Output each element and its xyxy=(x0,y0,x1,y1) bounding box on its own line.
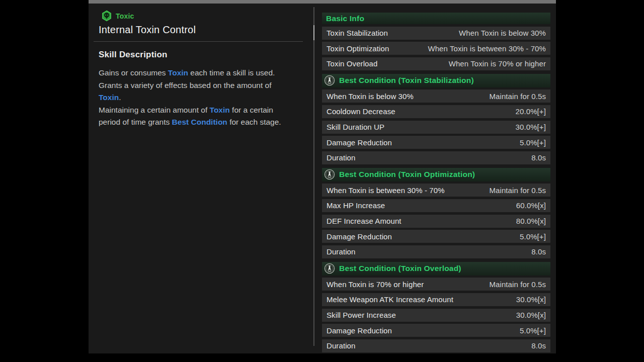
stat-label: Skill Duration UP xyxy=(327,123,384,131)
stat-row: When Toxin is below 30% Maintain for 0.5… xyxy=(322,89,550,103)
stat-row: Damage Reduction 5.0%[+] xyxy=(322,136,550,149)
stat-row: Max HP Increase 60.0%[x] xyxy=(322,199,550,212)
stat-value: 8.0s xyxy=(531,153,546,162)
skill-description-heading: Skill Description xyxy=(99,50,310,60)
stats-panel: Basic Info Toxin Stabilization When Toxi… xyxy=(322,13,550,352)
stat-value: When Toxin is below 30% xyxy=(459,29,546,37)
stat-value: When Toxin is between 30% - 70% xyxy=(428,44,546,53)
section-header: Best Condition (Toxin Stabilization) xyxy=(322,74,550,87)
stat-label: Toxin Stabilization xyxy=(327,29,388,37)
section-title: Best Condition (Toxin Stabilization) xyxy=(339,76,474,85)
stat-label: Duration xyxy=(327,247,356,256)
scrollbar-track[interactable] xyxy=(313,7,314,346)
section-header: Best Condition (Toxin Overload) xyxy=(322,262,550,276)
description-line: Toxin. xyxy=(99,92,310,104)
stat-value: 8.0s xyxy=(531,247,546,256)
skill-name: Internal Toxin Control xyxy=(99,24,310,36)
description-line: Grants a variety of effects based on the… xyxy=(99,79,310,92)
keyword-toxin: Toxin xyxy=(168,68,188,77)
keyword-toxin: Toxin xyxy=(99,93,119,102)
stat-row: Duration 8.0s xyxy=(322,245,550,258)
stat-row: Skill Power Increase 30.0%[x] xyxy=(322,309,550,322)
stat-value: 80.0%[x] xyxy=(516,217,546,225)
stat-value: 5.0%[+] xyxy=(520,138,546,147)
description-segment: for a certain xyxy=(230,106,273,114)
skill-detail-screen: Toxic Internal Toxin Control Skill Descr… xyxy=(0,0,644,362)
description-segment: Maintaining a certain amount of xyxy=(99,106,210,114)
section-header: Best Condition (Toxin Optimization) xyxy=(322,168,550,182)
element-type-label: Toxic xyxy=(116,12,134,20)
stat-row: Toxin Stabilization When Toxin is below … xyxy=(322,27,550,40)
stat-label: Toxin Overload xyxy=(327,59,377,68)
section-rows: When Toxin is 70% or higher Maintain for… xyxy=(322,278,550,352)
stat-row: Cooldown Decrease 20.0%[+] xyxy=(322,105,550,118)
toxic-element-icon xyxy=(102,10,112,22)
stat-value: Maintain for 0.5s xyxy=(489,92,546,101)
keyword-toxin: Toxin xyxy=(210,106,230,114)
stat-value: Maintain for 0.5s xyxy=(489,186,546,195)
skill-summary-column: Toxic Internal Toxin Control Skill Descr… xyxy=(99,10,310,129)
stat-label: Cooldown Decrease xyxy=(327,107,395,116)
description-line: Gains or consumes Toxin each time a skil… xyxy=(99,67,310,79)
description-line: period of time grants Best Condition for… xyxy=(99,116,310,129)
best-condition-emblem-icon xyxy=(324,75,335,86)
stat-label: Duration xyxy=(327,153,356,162)
stat-label: When Toxin is below 30% xyxy=(327,92,414,101)
stat-row: Toxin Optimization When Toxin is between… xyxy=(322,42,550,55)
stat-row: When Toxin is between 30% - 70% Maintain… xyxy=(322,184,550,197)
stat-value: When Toxin is 70% or higher xyxy=(449,59,546,68)
stat-value: 30.0%[x] xyxy=(516,295,546,304)
stat-label: DEF Increase Amount xyxy=(327,217,401,225)
top-bar xyxy=(89,0,556,4)
stat-section: Best Condition (Toxin Overload) When Tox… xyxy=(322,262,550,352)
stat-label: Melee Weapon ATK Increase Amount xyxy=(327,295,453,304)
stat-label: Duration xyxy=(327,341,356,350)
section-title: Basic Info xyxy=(326,14,364,23)
stat-row: Toxin Overload When Toxin is 70% or high… xyxy=(322,57,550,70)
stat-label: Toxin Optimization xyxy=(327,44,389,53)
section-rows: Toxin Stabilization When Toxin is below … xyxy=(322,27,550,70)
best-condition-emblem-icon xyxy=(324,263,335,274)
skill-detail-panel: Toxic Internal Toxin Control Skill Descr… xyxy=(89,4,556,353)
title-divider xyxy=(94,41,303,42)
stat-row: Melee Weapon ATK Increase Amount 30.0%[x… xyxy=(322,293,550,306)
stat-row: Duration 8.0s xyxy=(322,151,550,164)
description-segment: for each stage. xyxy=(227,118,281,126)
stat-value: 5.0%[+] xyxy=(520,232,546,241)
stat-row: When Toxin is 70% or higher Maintain for… xyxy=(322,278,550,291)
stat-label: When Toxin is 70% or higher xyxy=(327,280,424,289)
stat-label: Damage Reduction xyxy=(327,138,392,147)
stat-section: Best Condition (Toxin Stabilization) Whe… xyxy=(322,74,550,164)
stat-label: Damage Reduction xyxy=(327,232,392,241)
section-header: Basic Info xyxy=(322,13,550,24)
section-title: Best Condition (Toxin Optimization) xyxy=(339,170,475,179)
description-segment: . xyxy=(119,93,121,102)
stat-label: Skill Power Increase xyxy=(327,311,396,319)
stat-value: 5.0%[+] xyxy=(520,326,546,335)
stat-row: Skill Duration UP 30.0%[+] xyxy=(322,121,550,134)
stat-section: Basic Info Toxin Stabilization When Toxi… xyxy=(322,13,550,70)
stat-label: Max HP Increase xyxy=(327,201,385,210)
stat-row: DEF Increase Amount 80.0%[x] xyxy=(322,215,550,228)
description-segment: Gains or consumes xyxy=(99,68,168,77)
stat-row: Duration 8.0s xyxy=(322,339,550,352)
stat-value: Maintain for 0.5s xyxy=(489,280,546,289)
stat-value: 30.0%[+] xyxy=(516,123,546,131)
scrollbar-thumb[interactable] xyxy=(313,25,314,40)
section-rows: When Toxin is between 30% - 70% Maintain… xyxy=(322,184,550,258)
description-segment: period of time grants xyxy=(99,118,172,126)
description-segment: Grants a variety of effects based on the… xyxy=(99,81,272,89)
element-type-row: Toxic xyxy=(102,10,310,22)
stat-row: Damage Reduction 5.0%[+] xyxy=(322,230,550,243)
stat-label: When Toxin is between 30% - 70% xyxy=(327,186,445,195)
description-line: Maintaining a certain amount of Toxin fo… xyxy=(99,104,310,117)
stat-row: Damage Reduction 5.0%[+] xyxy=(322,324,550,337)
skill-description-text: Gains or consumes Toxin each time a skil… xyxy=(99,67,310,129)
stat-value: 20.0%[+] xyxy=(516,107,546,116)
section-rows: When Toxin is below 30% Maintain for 0.5… xyxy=(322,89,550,164)
stat-label: Damage Reduction xyxy=(327,326,392,335)
description-segment: each time a skill is used. xyxy=(188,68,275,77)
best-condition-emblem-icon xyxy=(324,169,335,180)
section-title: Best Condition (Toxin Overload) xyxy=(339,264,461,273)
stat-value: 60.0%[x] xyxy=(516,201,546,210)
